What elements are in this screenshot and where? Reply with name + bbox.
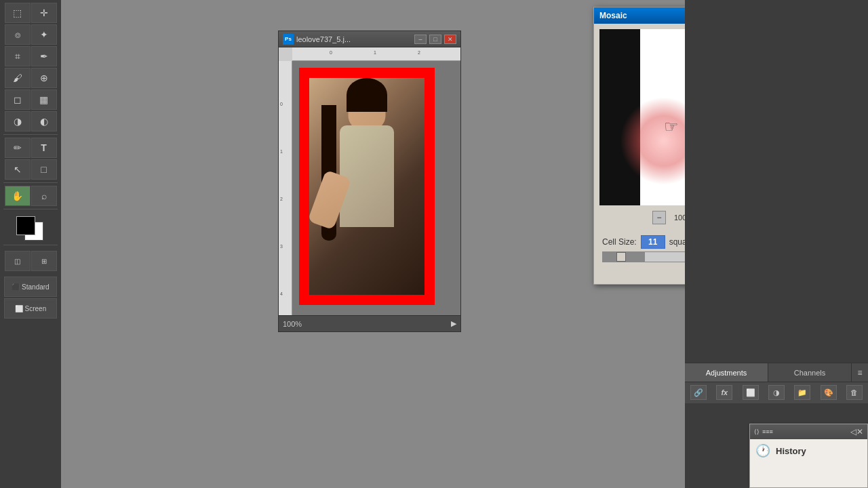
shape-tool[interactable]: □ — [31, 159, 57, 180]
gradient-tool[interactable]: ▦ — [31, 89, 57, 110]
path-select-tool[interactable]: ↖ — [5, 159, 31, 180]
history-expand-btn[interactable]: ◁ — [850, 427, 856, 436]
maximize-btn[interactable]: □ — [429, 35, 441, 44]
magic-wand-tool[interactable]: ✦ — [31, 24, 57, 45]
divider3 — [3, 209, 58, 209]
divider4 — [3, 245, 58, 245]
ruler-tick-left-1: 1 — [280, 149, 283, 154]
ruler-tick-2: 2 — [418, 50, 420, 55]
layer-mask-btn[interactable]: ⬜ — [743, 385, 759, 400]
type-tool[interactable]: T — [31, 138, 57, 158]
panel-tab-row: Adjustments Channels ≡ — [685, 363, 868, 382]
tab-channels[interactable]: Channels — [768, 363, 852, 382]
canvas-zoom-display: 100% — [283, 320, 302, 328]
ruler-left: 0 1 2 3 4 — [279, 61, 292, 315]
history-titlebar: ⟨⟩ ≡≡≡ ◁ ✕ — [750, 424, 867, 439]
toolbar: ⬚ ✛ ⌾ ✦ ⌗ ✒ 🖌 ⊕ ◻ ▦ ◑ ◐ ✏ T ↖ □ ✋ ⌕ ◫ — [0, 0, 61, 488]
dodge-tool[interactable]: ◐ — [31, 111, 57, 131]
color-swatches[interactable] — [14, 215, 47, 242]
eyedropper-tool[interactable]: ✒ — [31, 46, 57, 66]
ruler-tick-left-3: 3 — [280, 244, 283, 249]
zoom-tool[interactable]: ⌕ — [31, 186, 57, 206]
brush-tool[interactable]: 🖌 — [5, 68, 31, 88]
zoom-out-btn[interactable]: − — [652, 211, 666, 224]
history-label: History — [776, 446, 806, 456]
cell-size-label: Cell Size: — [602, 237, 637, 247]
tab-adjustments[interactable]: Adjustments — [685, 363, 768, 382]
move-tool[interactable]: ✛ — [31, 3, 57, 23]
preview-cursor: ☞ — [664, 117, 679, 136]
ruler-tick-left-4: 4 — [280, 291, 283, 296]
history-grip: ≡≡≡ — [762, 428, 850, 435]
ruler-tick-left-2: 2 — [280, 197, 283, 201]
pen-tool[interactable]: ✏ — [5, 138, 31, 158]
marquee-tool[interactable]: ⬚ — [5, 3, 31, 23]
ruler-tick-0: 0 — [330, 50, 332, 55]
fx-icon-btn[interactable]: fx — [716, 385, 732, 400]
foreground-color-swatch[interactable] — [16, 216, 35, 235]
photo-inner — [309, 78, 425, 295]
canvas-scroll-indicator: ▶ — [451, 319, 456, 328]
folder-btn[interactable]: 📁 — [794, 385, 810, 400]
expand-arrows: ⟨⟩ — [754, 428, 760, 435]
clone-stamp-tool[interactable]: ⊕ — [31, 68, 57, 88]
color-btn[interactable]: 🎨 — [821, 385, 837, 400]
canvas-title: leolove737_5.j... — [296, 35, 412, 43]
canvas-window: Ps leolove737_5.j... – □ ✕ 0 1 2 0 1 2 3… — [278, 30, 461, 332]
divider2 — [3, 182, 58, 183]
change-mode-btn[interactable]: ⊞ — [31, 251, 57, 271]
history-panel: ⟨⟩ ≡≡≡ ◁ ✕ 🕐 History — [749, 424, 868, 488]
history-close-btn[interactable]: ✕ — [856, 427, 863, 436]
canvas-content: 0 1 2 0 1 2 3 4 — [279, 47, 460, 315]
history-content: 🕐 History — [750, 439, 867, 462]
trash-icon-btn[interactable]: 🗑 — [846, 385, 863, 400]
ps-icon: Ps — [283, 34, 294, 45]
adjustment-btn[interactable]: ◑ — [768, 385, 785, 400]
ruler-tick-1: 1 — [374, 50, 376, 55]
divider — [3, 134, 58, 135]
close-canvas-btn[interactable]: ✕ — [444, 35, 456, 44]
blur-tool[interactable]: ◑ — [5, 111, 31, 131]
ruler-tick-left-0: 0 — [280, 102, 283, 106]
screen-mode-btn[interactable]: ⬜ Screen — [4, 298, 57, 319]
right-panel: Adjustments Channels ≡ 🔗 fx ⬜ ◑ 📁 🎨 🗑 — [685, 0, 868, 488]
cell-size-input[interactable] — [641, 235, 665, 249]
panel-icon-row: 🔗 fx ⬜ ◑ 📁 🎨 🗑 — [685, 382, 868, 403]
panel-tabs: Adjustments Channels ≡ 🔗 fx ⬜ ◑ 📁 🎨 🗑 — [685, 363, 868, 403]
minimize-btn[interactable]: – — [414, 35, 427, 44]
crop-tool[interactable]: ⌗ — [5, 46, 31, 66]
history-icon: 🕐 — [755, 443, 770, 458]
eraser-tool[interactable]: ◻ — [5, 89, 31, 110]
photo-container — [299, 68, 435, 305]
ruler-top: 0 1 2 — [292, 47, 460, 61]
panel-options-btn[interactable]: ≡ — [852, 363, 868, 382]
hand-tool[interactable]: ✋ — [5, 186, 31, 206]
canvas-statusbar: 100% ▶ — [279, 315, 460, 331]
image-area — [292, 61, 460, 315]
view-mode-btn[interactable]: ⬛ Standard — [4, 277, 57, 297]
canvas-titlebar: Ps leolove737_5.j... – □ ✕ — [279, 31, 460, 47]
lasso-tool[interactable]: ⌾ — [5, 24, 31, 45]
quick-mask-btn[interactable]: ◫ — [5, 251, 31, 271]
ruler-corner — [279, 47, 292, 61]
link-icon-btn[interactable]: 🔗 — [690, 385, 707, 400]
